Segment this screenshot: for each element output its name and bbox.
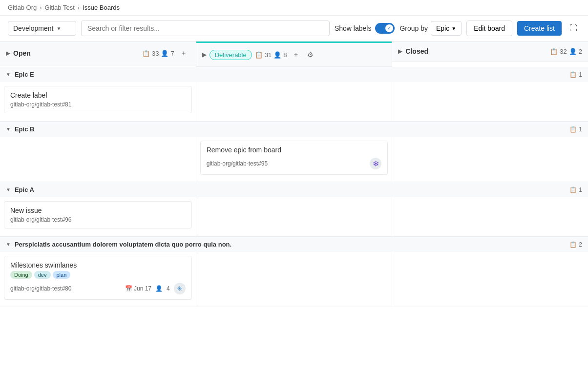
avatar: ✳	[174, 283, 186, 294]
epic-count-value-long: 2	[579, 241, 582, 248]
chevron-down-icon: ▼	[57, 26, 62, 31]
epic-count-b: 📋 1	[569, 126, 582, 133]
epic-col-e-open: Create label gitlab-org/gitlab-test#81	[0, 82, 196, 121]
label-dev: dev	[34, 271, 51, 279]
epic-col-b-open	[0, 137, 196, 182]
deliverable-badge: Deliverable	[210, 50, 252, 60]
col-assignee-count-closed: 2	[579, 48, 582, 55]
card-create-label[interactable]: Create label gitlab-org/gitlab-test#81	[4, 86, 192, 113]
settings-button-deliverable[interactable]: ⚙	[304, 49, 316, 61]
chevron-right-icon: ▶	[398, 48, 402, 55]
epic-cards-row-a: New issue gitlab-org/gitlab-test#96	[0, 197, 588, 236]
epic-group-e: ▼ Epic E 📋 1 Create label gitlab-org/git…	[0, 67, 588, 122]
column-header-closed: ▶ Closed 📋 32 👤 2	[392, 42, 588, 62]
breadcrumb-sep2: ›	[78, 4, 80, 11]
epic-col-long-deliverable	[196, 252, 393, 307]
epic-col-a-deliverable	[196, 197, 393, 236]
epic-col-a-open: New issue gitlab-org/gitlab-test#96	[0, 197, 196, 236]
epic-header-e[interactable]: ▼ Epic E 📋 1	[0, 67, 588, 82]
toolbar: Development ▼ Show labels Group by Epic …	[0, 16, 588, 42]
assignee-icon: 👤	[273, 51, 281, 59]
epic-cards-row-long: Milestones swimlanes Doing dev plan gitl…	[0, 252, 588, 307]
epic-label-e: Epic E	[15, 71, 566, 78]
col-actions-open: ＋	[177, 47, 190, 59]
epic-cards-row-b: Remove epic from board gitlab-org/gitlab…	[0, 137, 588, 182]
issue-icon-sm: 📋	[569, 187, 577, 193]
breadcrumb-org[interactable]: Gitlab Org	[8, 4, 37, 11]
assignee-count-icon: 👤	[155, 285, 163, 292]
assignee-count-value: 4	[167, 285, 170, 292]
card-milestones-swimlanes[interactable]: Milestones swimlanes Doing dev plan gitl…	[4, 256, 192, 300]
chevron-down-icon: ▼	[6, 187, 11, 192]
epic-group-a: ▼ Epic A 📋 1 New issue gitlab-org/gitlab…	[0, 182, 588, 237]
breadcrumb-sep1: ›	[40, 4, 42, 11]
breadcrumb-current: Issue Boards	[83, 4, 120, 11]
show-labels-toggle[interactable]	[375, 23, 395, 34]
chevron-right-icon: ▶	[6, 50, 10, 57]
epic-cards-row-e: Create label gitlab-org/gitlab-test#81	[0, 82, 588, 121]
column-header-open: ▶ Open 📋 33 👤 7 ＋	[0, 42, 196, 65]
group-by-button[interactable]: Epic ▼	[431, 21, 462, 36]
epic-count-e: 📋 1	[569, 71, 582, 78]
col-actions-deliverable: ＋ ⚙	[290, 49, 316, 61]
card-labels: Doing dev plan	[10, 271, 186, 279]
card-new-issue[interactable]: New issue gitlab-org/gitlab-test#96	[4, 201, 192, 229]
snowflake-sm-icon: ✳	[177, 285, 183, 292]
breadcrumb: Gitlab Org › Gitlab Test › Issue Boards	[0, 0, 588, 16]
column-open: ▶ Open 📋 33 👤 7 ＋	[0, 42, 196, 67]
epic-header-long[interactable]: ▼ Perspiciatis accusantium dolorem volup…	[0, 237, 588, 252]
epic-col-e-closed	[392, 82, 588, 121]
breadcrumb-project[interactable]: Gitlab Test	[45, 4, 75, 11]
chevron-down-icon: ▼	[6, 126, 11, 132]
card-ref: gitlab-org/gitlab-test#95	[207, 160, 268, 167]
epic-header-b[interactable]: ▼ Epic B 📋 1	[0, 122, 588, 137]
snowflake-icon: ❄	[373, 159, 379, 168]
card-title: Milestones swimlanes	[10, 261, 186, 269]
label-plan: plan	[53, 271, 71, 279]
epic-col-a-closed	[392, 197, 588, 236]
chevron-down-icon: ▼	[451, 26, 456, 31]
epic-label-long: Perspiciatis accusantium dolorem volupta…	[15, 241, 566, 248]
assignee-icon: 👤	[161, 50, 168, 57]
card-meta: 📅 Jun 17 👤 4 ✳	[125, 283, 186, 294]
add-issue-button-deliverable[interactable]: ＋	[290, 49, 302, 61]
avatar: ❄	[370, 158, 381, 169]
board-name: Development	[13, 24, 54, 32]
create-list-button[interactable]: Create list	[517, 21, 562, 36]
board-content: ▼ Epic E 📋 1 Create label gitlab-org/git…	[0, 67, 588, 369]
epic-count-long: 📋 2	[569, 241, 582, 248]
columns-header-row: ▶ Open 📋 33 👤 7 ＋ ▶ Deliverable 📋	[0, 42, 588, 67]
col-count-open: 📋 33 👤 7	[142, 50, 174, 57]
epic-label-a: Epic A	[15, 186, 566, 193]
epic-header-a[interactable]: ▼ Epic A 📋 1	[0, 182, 588, 197]
col-title-closed: Closed	[405, 47, 547, 55]
column-deliverable: ▶ Deliverable 📋 31 👤 8 ＋ ⚙	[196, 42, 393, 67]
epic-col-long-open: Milestones swimlanes Doing dev plan gitl…	[0, 252, 196, 307]
board-select[interactable]: Development ▼	[8, 21, 76, 36]
add-issue-button-open[interactable]: ＋	[177, 47, 190, 59]
column-header-deliverable: ▶ Deliverable 📋 31 👤 8 ＋ ⚙	[196, 42, 392, 67]
fullscreen-button[interactable]: ⛶	[567, 21, 580, 36]
col-issue-count-deliverable: 31	[265, 51, 272, 59]
card-remove-epic[interactable]: Remove epic from board gitlab-org/gitlab…	[200, 141, 388, 175]
epic-col-e-deliverable	[196, 82, 393, 121]
show-labels-label: Show labels	[335, 24, 372, 32]
show-labels-section: Show labels	[335, 23, 395, 34]
board-area: ▶ Open 📋 33 👤 7 ＋ ▶ Deliverable 📋	[0, 42, 588, 369]
card-ref: gitlab-org/gitlab-test#80	[10, 285, 71, 292]
search-input[interactable]	[81, 21, 330, 36]
label-doing: Doing	[10, 271, 32, 279]
chevron-down-icon: ▼	[6, 72, 11, 77]
epic-group-b: ▼ Epic B 📋 1 Remove epic from board gitl…	[0, 122, 588, 182]
epic-col-long-closed	[392, 252, 588, 307]
group-by-value: Epic	[436, 24, 449, 32]
epic-group-long: ▼ Perspiciatis accusantium dolorem volup…	[0, 237, 588, 307]
group-by-section: Group by Epic ▼	[399, 21, 462, 36]
col-count-closed: 📋 32 👤 2	[550, 48, 582, 55]
date-value: Jun 17	[134, 285, 151, 292]
card-title: Create label	[10, 91, 186, 99]
issue-icon: 📋	[255, 51, 263, 59]
col-issue-count-closed: 32	[560, 48, 567, 55]
chevron-down-icon: ▼	[6, 242, 11, 247]
edit-board-button[interactable]: Edit board	[466, 21, 512, 36]
